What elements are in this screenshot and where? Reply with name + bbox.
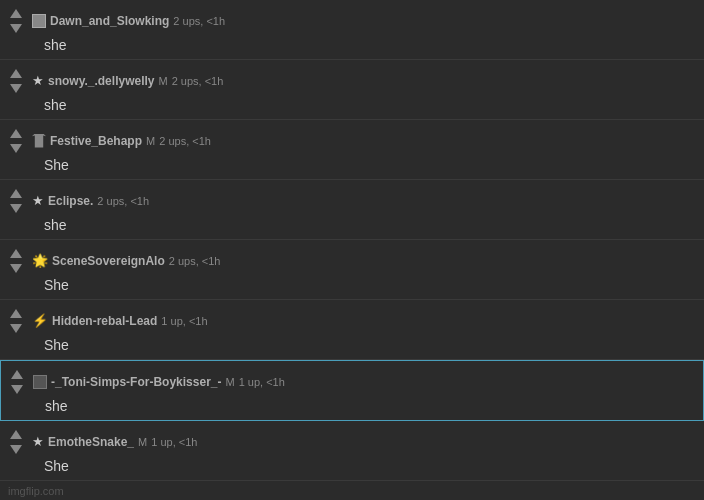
downvote-arrow [10,204,22,213]
comment-header: ★ EmotheSnake_ M 1 up, <1h [8,427,696,456]
comment-item: Festive_Behapp M 2 ups, <1h She [0,120,704,180]
upvote-arrow [10,430,22,439]
comment-item: ★ snowy._.dellywelly M 2 ups, <1h she [0,60,704,120]
comment-item: 🌟 SceneSovereignAlo 2 ups, <1h She [0,240,704,300]
vote-buttons [8,66,24,95]
vote-buttons [8,126,24,155]
comment-text: she [8,217,696,233]
user-icon-star: ★ [32,73,44,88]
upvote-button[interactable] [8,306,24,320]
upvote-button[interactable] [8,6,24,20]
upvote-button[interactable] [8,427,24,441]
vote-buttons [9,367,25,396]
user-icon-star: ★ [32,434,44,449]
upvote-button[interactable] [9,367,25,381]
downvote-arrow [10,24,22,33]
comment-header: -_Toni-Simps-For-Boykisser_- M 1 up, <1h [9,367,695,396]
comment-text: she [8,97,696,113]
gender-tag: M [225,376,234,388]
comment-header: Dawn_and_Slowking 2 ups, <1h [8,6,696,35]
user-icon-shirt [32,134,46,148]
vote-meta: 1 up, <1h [239,376,285,388]
username: Dawn_and_Slowking [50,14,169,28]
username: snowy._.dellywelly [48,74,155,88]
comment-item: ⚡ Hidden-rebal-Lead 1 up, <1h She [0,300,704,360]
username: EmotheSnake_ [48,435,134,449]
downvote-button[interactable] [8,442,24,456]
vote-buttons [8,427,24,456]
user-icon-square-dark [33,375,47,389]
vote-meta: 1 up, <1h [151,436,197,448]
upvote-button[interactable] [8,126,24,140]
vote-meta: 2 ups, <1h [97,195,149,207]
user-icon-skull: ⚡ [32,313,48,328]
username: -_Toni-Simps-For-Boykisser_- [51,375,221,389]
comment-text: She [8,458,696,474]
comment-header: Festive_Behapp M 2 ups, <1h [8,126,696,155]
username: SceneSovereignAlo [52,254,165,268]
upvote-arrow [11,370,23,379]
upvote-arrow [10,129,22,138]
downvote-button[interactable] [8,81,24,95]
username: Hidden-rebal-Lead [52,314,157,328]
vote-meta: 2 ups, <1h [159,135,211,147]
vote-meta: 2 ups, <1h [172,75,224,87]
watermark: imgflip.com [0,481,704,500]
downvote-button[interactable] [8,261,24,275]
downvote-button[interactable] [8,321,24,335]
upvote-button[interactable] [8,246,24,260]
user-icon-square [32,14,46,28]
comment-item: ★ Eclipse. 2 ups, <1h she [0,180,704,240]
gender-tag: M [138,436,147,448]
comment-text: She [8,157,696,173]
downvote-arrow [10,264,22,273]
upvote-button[interactable] [8,186,24,200]
comment-item: -_Toni-Simps-For-Boykisser_- M 1 up, <1h… [0,360,704,421]
upvote-arrow [10,309,22,318]
username: Festive_Behapp [50,134,142,148]
downvote-button[interactable] [8,141,24,155]
downvote-button[interactable] [9,382,25,396]
downvote-button[interactable] [8,201,24,215]
vote-buttons [8,6,24,35]
comment-header: ⚡ Hidden-rebal-Lead 1 up, <1h [8,306,696,335]
gender-tag: M [146,135,155,147]
comment-header: ★ snowy._.dellywelly M 2 ups, <1h [8,66,696,95]
upvote-arrow [10,9,22,18]
comment-header: ★ Eclipse. 2 ups, <1h [8,186,696,215]
downvote-button[interactable] [8,21,24,35]
comment-text: she [8,37,696,53]
vote-buttons [8,246,24,275]
comment-item: Dawn_and_Slowking 2 ups, <1h she [0,0,704,60]
upvote-button[interactable] [8,66,24,80]
vote-buttons [8,186,24,215]
comment-list: Dawn_and_Slowking 2 ups, <1h she ★ snowy… [0,0,704,500]
gender-tag: M [159,75,168,87]
comment-text: She [8,337,696,353]
vote-meta: 2 ups, <1h [173,15,225,27]
comment-item: ★ EmotheSnake_ M 1 up, <1h She [0,421,704,481]
downvote-arrow [10,324,22,333]
vote-meta: 2 ups, <1h [169,255,221,267]
comment-text: she [9,398,695,414]
comment-text: She [8,277,696,293]
vote-meta: 1 up, <1h [161,315,207,327]
user-icon-star: ★ [32,193,44,208]
upvote-arrow [10,189,22,198]
user-icon-star-special: 🌟 [32,253,48,268]
downvote-arrow [10,445,22,454]
downvote-arrow [11,385,23,394]
upvote-arrow [10,249,22,258]
username: Eclipse. [48,194,93,208]
upvote-arrow [10,69,22,78]
comment-header: 🌟 SceneSovereignAlo 2 ups, <1h [8,246,696,275]
downvote-arrow [10,84,22,93]
downvote-arrow [10,144,22,153]
vote-buttons [8,306,24,335]
